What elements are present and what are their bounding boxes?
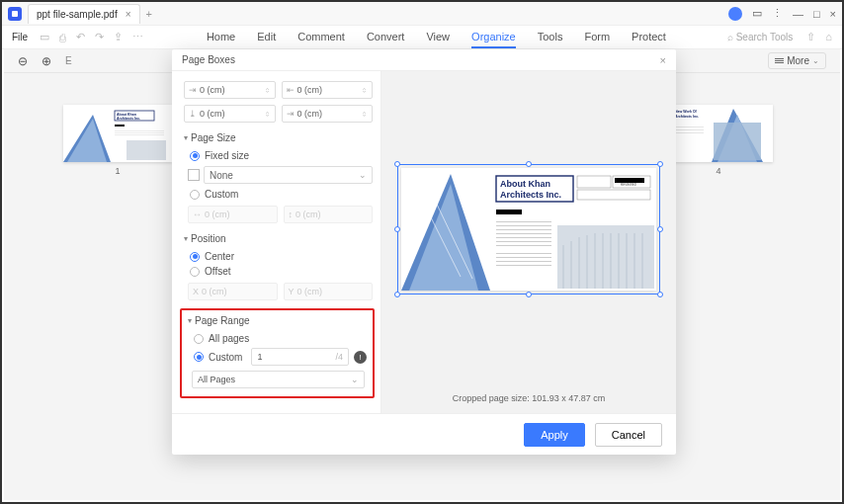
radio-icon — [194, 352, 204, 362]
titlebar: ppt file-sample.pdf × + ▭ ⋮ — □ × — [2, 2, 842, 26]
radio-fixed-size[interactable]: Fixed size — [184, 148, 373, 163]
minimize-button[interactable]: — — [793, 8, 803, 20]
dialog-header: Page Boxes × — [172, 49, 676, 71]
section-page-range[interactable]: Page Range — [188, 315, 367, 326]
close-tab-icon[interactable]: × — [126, 9, 131, 20]
thumbnail-page-1[interactable]: About Khan Architects Inc. — [63, 105, 172, 162]
warning-icon: ! — [354, 351, 367, 364]
tab-tools[interactable]: Tools — [538, 27, 563, 48]
save-icon[interactable]: ▭ — [38, 31, 51, 43]
tab-protect[interactable]: Protect — [632, 27, 666, 48]
page-boxes-dialog: Page Boxes × ⇥0 (cm) ⇤0 (cm) ⤓0 (cm) ⇥0 … — [172, 49, 676, 455]
radio-icon — [190, 267, 200, 277]
page-subset-select[interactable]: All Pages — [192, 371, 365, 388]
file-menu[interactable]: File — [12, 32, 28, 42]
dialog-settings-panel: ⇥0 (cm) ⇤0 (cm) ⤓0 (cm) ⇥0 (cm) Page Siz… — [172, 71, 381, 413]
radio-all-pages[interactable]: All pages — [188, 331, 367, 346]
thumbnail-label-1: 1 — [63, 166, 172, 176]
home-icon[interactable]: ⌂ — [825, 31, 832, 43]
thumbnail-label-4: 4 — [664, 166, 773, 176]
svg-rect-10 — [127, 140, 166, 160]
custom-width-input: ↔0 (cm) — [188, 206, 278, 223]
main-tabs: Home Edit Comment Convert View Organize … — [207, 27, 666, 48]
custom-height-input: ↕0 (cm) — [284, 206, 374, 223]
dialog-footer: Apply Cancel — [172, 413, 676, 455]
offset-y-input: Y0 (cm) — [284, 283, 374, 300]
maximize-button[interactable]: □ — [813, 8, 820, 20]
handle-tr[interactable] — [657, 161, 663, 167]
tab-convert[interactable]: Convert — [367, 27, 405, 48]
handle-bl[interactable] — [394, 292, 400, 297]
radio-custom-size[interactable]: Custom — [184, 187, 373, 202]
app-icon — [8, 7, 22, 21]
margin-right-icon: ⇥ — [287, 109, 295, 119]
handle-tl[interactable] — [394, 161, 400, 167]
custom-range-input[interactable]: 1 /4 — [251, 348, 349, 366]
orientation-icon[interactable] — [188, 169, 200, 181]
crop-selection[interactable] — [397, 164, 660, 294]
zoom-out-icon[interactable]: ⊖ — [18, 54, 28, 68]
margin-left-icon: ⇤ — [287, 85, 295, 95]
handle-mr[interactable] — [657, 226, 663, 232]
more-icon[interactable]: ⋯ — [130, 31, 145, 43]
section-position[interactable]: Position — [184, 233, 373, 244]
chat-icon[interactable]: ▭ — [752, 7, 762, 20]
dialog-title: Page Boxes — [182, 54, 235, 65]
margin-bottom-input[interactable]: ⤓0 (cm) — [184, 105, 276, 123]
margin-left-input[interactable]: ⇤0 (cm) — [282, 81, 374, 99]
crop-size-info: Cropped page size: 101.93 x 47.87 cm — [381, 387, 676, 413]
page-preview: About Khan Architects Inc. REVIEWED — [401, 168, 656, 291]
user-avatar-icon[interactable] — [728, 7, 742, 21]
redo-icon[interactable]: ↷ — [93, 31, 106, 43]
handle-tm[interactable] — [526, 161, 532, 167]
svg-text:Architects Inc.: Architects Inc. — [117, 117, 140, 121]
tab-form[interactable]: Form — [584, 27, 610, 48]
share-icon[interactable]: ⇪ — [112, 31, 125, 43]
tab-home[interactable]: Home — [207, 27, 235, 48]
document-tab[interactable]: ppt file-sample.pdf × — [28, 4, 140, 24]
page-size-select[interactable]: None — [204, 166, 373, 184]
radio-custom-range[interactable]: Custom 1 /4 ! — [188, 346, 367, 366]
radio-icon — [194, 334, 204, 344]
radio-icon — [190, 190, 200, 200]
upload-icon[interactable]: ⇧ — [806, 31, 815, 43]
search-tools[interactable]: ⌕ Search Tools — [727, 32, 794, 42]
tab-organize[interactable]: Organize — [471, 27, 516, 48]
cancel-button[interactable]: Cancel — [595, 423, 662, 447]
radio-offset[interactable]: Offset — [184, 264, 373, 279]
margin-top-icon: ⇥ — [189, 85, 197, 95]
svg-rect-6 — [115, 125, 125, 126]
dialog-preview-panel: About Khan Architects Inc. REVIEWED — [381, 71, 676, 413]
more-button[interactable]: More ⌄ — [768, 52, 826, 69]
margin-bottom-icon: ⤓ — [189, 109, 197, 119]
print-icon[interactable]: ⎙ — [57, 32, 68, 43]
apply-button[interactable]: Apply — [524, 423, 585, 447]
svg-rect-19 — [714, 123, 761, 160]
close-dialog-icon[interactable]: × — [660, 54, 666, 66]
zoom-in-icon[interactable]: ⊕ — [42, 54, 51, 68]
close-window-button[interactable]: × — [830, 8, 836, 20]
menubar: File ▭ ⎙ ↶ ↷ ⇪ ⋯ Home Edit Comment Conve… — [2, 26, 842, 49]
offset-x-input: X0 (cm) — [188, 283, 278, 300]
page-range-highlight: Page Range All pages Custom 1 /4 ! All — [180, 308, 375, 398]
undo-icon[interactable]: ↶ — [74, 31, 87, 43]
handle-ml[interactable] — [394, 226, 400, 232]
section-page-size[interactable]: Page Size — [184, 132, 373, 143]
tab-edit[interactable]: Edit — [257, 27, 276, 48]
tab-comment[interactable]: Comment — [297, 27, 345, 48]
radio-icon — [190, 151, 200, 161]
handle-br[interactable] — [657, 292, 663, 297]
thumbnail-page-4[interactable]: he New Work Of an Architects Inc. — [664, 105, 773, 162]
chevron-down-icon: ⌄ — [812, 56, 819, 65]
new-tab-button[interactable]: + — [146, 8, 152, 20]
margin-right-input[interactable]: ⇥0 (cm) — [282, 105, 374, 123]
radio-icon — [190, 252, 200, 262]
radio-center[interactable]: Center — [184, 249, 373, 264]
kebab-icon[interactable]: ⋮ — [772, 7, 783, 20]
tab-view[interactable]: View — [426, 27, 450, 48]
tab-title: ppt file-sample.pdf — [37, 9, 118, 20]
hamburger-icon — [775, 58, 784, 63]
search-icon: ⌕ — [727, 32, 733, 42]
handle-bm[interactable] — [526, 292, 532, 297]
margin-top-input[interactable]: ⇥0 (cm) — [184, 81, 276, 99]
